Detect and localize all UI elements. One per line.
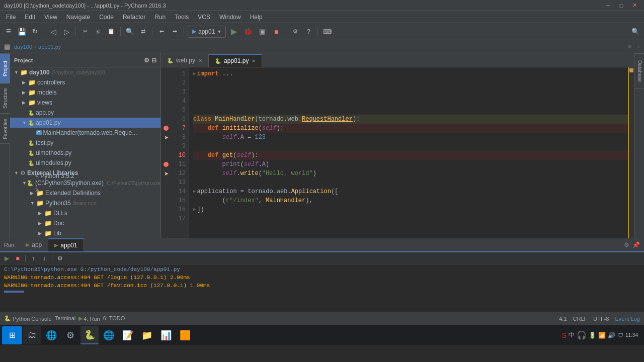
tree-item-python35[interactable]: ▼ 📁 Python35 library root (10, 198, 160, 208)
tree-item-app-py[interactable]: 🐍 app.py (10, 108, 160, 118)
sidebar-tab-favorites[interactable]: Favorites (0, 114, 10, 144)
taskbar-btn-3[interactable]: ⚙ (61, 326, 79, 344)
tree-item-views[interactable]: ▶ 📁 views (10, 98, 160, 108)
breadcrumb-day100[interactable]: day100 (14, 44, 32, 50)
sidebar-settings-icon[interactable]: ⚙ (144, 57, 149, 64)
toolbar-sep-4 (152, 27, 152, 36)
menu-window[interactable]: Window (215, 13, 245, 22)
tree-item-lib[interactable]: ▶ 📁 Lib (10, 228, 160, 238)
taskbar-btn-4[interactable]: 🐍 (80, 326, 99, 344)
tree-item-doc[interactable]: ▶ 📁 Doc (10, 218, 160, 228)
menu-help[interactable]: Help (246, 13, 267, 22)
toolbar-back-btn[interactable]: ◁ (48, 26, 59, 37)
toolbar-reformat2-btn[interactable]: ➡ (169, 26, 180, 37)
sidebar-tab-structure[interactable]: Structure (0, 83, 10, 114)
menu-code[interactable]: Code (95, 13, 118, 22)
taskbar-btn-5[interactable]: 🌐 (100, 326, 118, 344)
taskbar-btn-6[interactable]: 📝 (119, 326, 137, 344)
tree-item-test-py[interactable]: 🐍 test.py (10, 138, 160, 148)
close-button[interactable]: ✕ (629, 0, 640, 11)
gutter-7-bp[interactable] (161, 124, 171, 133)
start-button[interactable]: ⊞ (2, 326, 22, 344)
menu-run[interactable]: Run (150, 13, 170, 22)
fold-btn-16[interactable]: ▶ (193, 205, 196, 214)
taskbar-btn-7[interactable]: 📁 (138, 326, 156, 344)
tree-item-day100[interactable]: ▼ 📁 day100 G:\python_code\day100 (10, 67, 160, 77)
toolbar-reformat-btn[interactable]: ⬅ (156, 26, 167, 37)
taskbar-btn-1[interactable]: 🗂 (23, 326, 41, 344)
run-tab[interactable]: ▶ 4: Run (78, 315, 100, 322)
toolbar-sync-btn[interactable]: ↻ (29, 26, 40, 37)
debug-button[interactable]: 🐞 (242, 26, 254, 38)
run-config-selector[interactable]: ▶ app01 ▼ (188, 26, 226, 38)
run-button[interactable]: ▶ (228, 26, 240, 38)
run-again-btn[interactable]: ▶ (2, 254, 11, 263)
tab-close-app01-py[interactable]: ✕ (252, 58, 256, 64)
gutter-10-bp[interactable] (161, 160, 171, 169)
fold-btn-1[interactable]: ▶ (193, 69, 196, 78)
tree-item-uimodules-py[interactable]: 🐍 uimodules.py (10, 158, 160, 168)
linenum-12: 12 (171, 169, 189, 178)
maximize-button[interactable]: □ (616, 0, 627, 11)
terminal-quick-btn[interactable]: ⌨ (321, 26, 333, 37)
scroll-up-btn[interactable]: ↑ (29, 254, 38, 263)
menu-tools[interactable]: Tools (171, 13, 193, 22)
tree-item-python352[interactable]: ▼ 🐍 < Python 3.5.2 (C:\Python35\python.e… (10, 178, 160, 188)
taskbar-btn-8[interactable]: 📊 (157, 326, 175, 344)
taskbar-btn-9[interactable]: 🟧 (176, 326, 194, 344)
search-everywhere-btn[interactable]: 🔍 (630, 26, 641, 37)
toolbar-cut-btn[interactable]: ✂ (79, 26, 91, 37)
stop-button[interactable]: ■ (270, 26, 282, 38)
event-log-link[interactable]: Event Log (615, 316, 640, 322)
menu-edit[interactable]: Edit (21, 13, 39, 22)
tray-cn-icon: 中 (569, 331, 575, 339)
bottom-tab-app01[interactable]: ▶ app01 (48, 238, 84, 251)
help-btn[interactable]: ? (303, 26, 314, 37)
bottom-tab-app[interactable]: ▶ app (20, 238, 48, 251)
tree-item-dlls[interactable]: ▶ 📁 DLLs (10, 208, 160, 218)
python-console-tab[interactable]: 🐍 Python Console (4, 315, 52, 322)
tree-item-controllers[interactable]: ▶ 📁 controllers (10, 77, 160, 87)
toolbar-project-btn[interactable]: ☰ (3, 26, 14, 37)
tree-item-uimethods-py[interactable]: 🐍 uimethods.py (10, 148, 160, 158)
toolbar-forward-btn[interactable]: ▷ (61, 26, 72, 37)
fn-write: write (240, 169, 259, 178)
code-content[interactable]: ▶ import ... class MainHandler (tornado.… (189, 67, 634, 238)
tree-item-mainhandler[interactable]: C MainHandler(tornado.web.Reque... (10, 128, 160, 138)
coverage-button[interactable]: ▣ (256, 26, 268, 38)
tab-close-web-py[interactable]: ✕ (198, 58, 202, 63)
menu-view[interactable]: View (40, 13, 61, 22)
taskbar-btn-2[interactable]: 🌐 (42, 326, 60, 344)
minimize-button[interactable]: ─ (603, 0, 614, 11)
system-clock[interactable]: 11:34 (625, 332, 638, 338)
sidebar-collapse-icon[interactable]: ⊟ (151, 57, 156, 64)
python-console-label: Python Console (13, 316, 52, 322)
right-tab-database[interactable]: Database (634, 53, 644, 88)
todo-tab[interactable]: 6: TODO (103, 315, 125, 322)
stop-run-btn[interactable]: ■ (13, 254, 22, 263)
tree-item-models[interactable]: ▶ 📁 models (10, 87, 160, 98)
menu-refactor[interactable]: Refactor (119, 13, 149, 22)
menu-vcs[interactable]: VCS (194, 13, 214, 22)
toolbar-paste-btn[interactable]: 📋 (106, 26, 117, 37)
pin-bottom-icon[interactable]: 📌 (632, 241, 640, 248)
tree-item-extended-defs[interactable]: ▶ 📁 Extended Definitions (10, 188, 160, 198)
settings-bottom-icon[interactable]: ⚙ (624, 241, 629, 248)
toolbar-replace-btn[interactable]: ⇄ (137, 26, 148, 37)
menu-navigate[interactable]: Navigate (62, 13, 94, 22)
menu-file[interactable]: File (2, 13, 20, 22)
toolbar-copy-btn[interactable]: ⎘ (93, 26, 104, 37)
scroll-down-btn[interactable]: ↓ (40, 254, 49, 263)
taskbar-icon-2: 🌐 (46, 330, 57, 341)
terminal-tab[interactable]: Terminal (55, 315, 76, 322)
tab-web-py[interactable]: 🐍 web.py ✕ (161, 54, 209, 67)
toolbar-search-btn[interactable]: 🔍 (124, 26, 135, 37)
fold-btn-14[interactable]: ▶ (193, 187, 196, 196)
settings-run-btn[interactable]: ⚙ (55, 254, 64, 263)
toolbar-save-btn[interactable]: 💾 (16, 26, 27, 37)
breadcrumb-app01[interactable]: app01.py (38, 44, 61, 50)
tree-item-app01-py[interactable]: ▼ 🐍 app01.py (10, 118, 160, 128)
sdk-btn[interactable]: ⚙ (290, 26, 301, 37)
sidebar-tab-project[interactable]: Project (0, 53, 10, 83)
tab-app01-py[interactable]: 🐍 app01.py ✕ (209, 54, 262, 67)
